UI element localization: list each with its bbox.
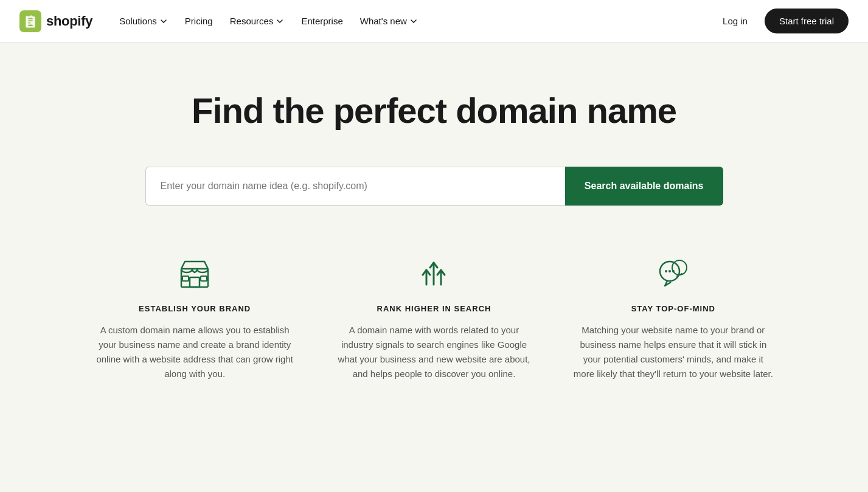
shopify-logo-icon [19,10,41,32]
svg-rect-1 [28,24,32,26]
svg-point-10 [668,270,671,272]
feature-card-stay-top: STAY TOP-OF-MIND Matching your website n… [572,254,774,381]
search-domains-button[interactable]: Search available domains [565,167,723,206]
chart-up-icon [414,254,453,293]
start-trial-button[interactable]: Start free trial [765,9,849,33]
nav-item-whats-new[interactable]: What's new [353,11,425,31]
chevron-down-icon [409,17,418,26]
nav-item-enterprise[interactable]: Enterprise [294,11,350,31]
chat-icon [654,254,693,293]
hero-title: Find the perfect domain name [192,91,676,130]
feature-title-establish-brand: ESTABLISH YOUR BRAND [139,304,251,313]
svg-rect-5 [201,276,207,281]
logo-text: shopify [46,13,92,29]
features-row: ESTABLISH YOUR BRAND A custom domain nam… [69,254,799,381]
feature-title-stay-top: STAY TOP-OF-MIND [631,304,715,313]
chevron-down-icon [276,17,284,26]
feature-desc-stay-top: Matching your website name to your brand… [572,323,774,381]
feature-card-establish-brand: ESTABLISH YOUR BRAND A custom domain nam… [94,254,296,381]
main-content: Find the perfect domain name Search avai… [0,43,868,418]
nav-links: Solutions Pricing Resources Enterprise W… [112,11,425,31]
svg-rect-4 [182,276,189,281]
feature-desc-rank-higher: A domain name with words related to your… [333,323,535,381]
feature-desc-establish-brand: A custom domain name allows you to estab… [94,323,296,381]
nav-item-solutions[interactable]: Solutions [112,11,175,31]
logo[interactable]: shopify [19,10,92,32]
svg-rect-3 [190,277,200,287]
nav-item-resources[interactable]: Resources [223,11,292,31]
feature-card-rank-higher: RANK HIGHER IN SEARCH A domain name with… [333,254,535,381]
domain-search-input[interactable] [145,167,565,206]
navbar-left: shopify Solutions Pricing Resources Ente… [19,10,425,32]
chevron-down-icon [159,17,168,26]
login-button[interactable]: Log in [715,11,755,31]
search-area: Search available domains [145,167,723,206]
navbar: shopify Solutions Pricing Resources Ente… [0,0,868,43]
feature-title-rank-higher: RANK HIGHER IN SEARCH [377,304,491,313]
nav-item-pricing[interactable]: Pricing [178,11,220,31]
store-icon [175,254,214,293]
navbar-right: Log in Start free trial [715,9,849,33]
svg-point-11 [665,270,667,272]
